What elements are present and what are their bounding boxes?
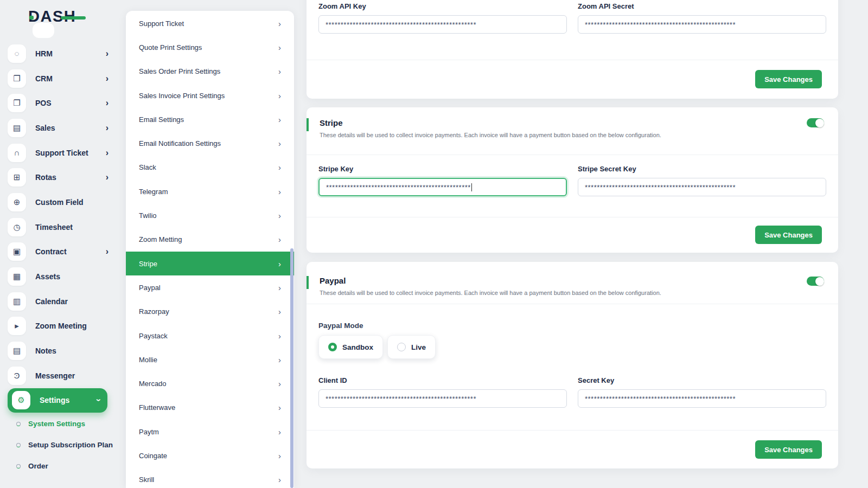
settings-menu-item-stripe[interactable]: Stripe › xyxy=(126,252,294,275)
settings-menu-item-sales-invoice-print-settings[interactable]: Sales Invoice Print Settings › xyxy=(126,84,294,107)
calculator-icon: ▦ xyxy=(8,267,26,286)
sidebar-item-assets[interactable]: ▦ Assets xyxy=(0,264,117,289)
masked-value: ****************************************… xyxy=(326,183,471,191)
chevron-right-icon: › xyxy=(106,99,108,107)
settings-menu-item-zoom-metting[interactable]: Zoom Metting › xyxy=(126,228,294,252)
panel-scrollbar-thumb[interactable] xyxy=(290,248,293,488)
settings-menu-item-support-ticket[interactable]: Support Ticket › xyxy=(126,11,294,35)
menu-item-label: Flutterwave xyxy=(139,403,175,412)
stripe-secret-key-input[interactable]: ****************************************… xyxy=(578,178,826,196)
sidebar-item-messenger[interactable]: Ͽ Messenger xyxy=(0,363,117,388)
sidebar-item-calendar[interactable]: ▥ Calendar xyxy=(0,289,117,314)
menu-item-label: Sales Order Print Settings xyxy=(139,67,220,75)
chevron-right-icon: › xyxy=(278,451,281,460)
document-icon: ▤ xyxy=(8,119,26,137)
stripe-enabled-toggle[interactable] xyxy=(807,118,824,127)
video-camera-icon: ▸ xyxy=(8,317,26,335)
sidebar-item-label: CRM xyxy=(35,74,106,83)
sidebar-item-label: Messenger xyxy=(35,371,108,380)
menu-item-label: Mercado xyxy=(139,380,167,388)
chevron-right-icon: › xyxy=(278,427,281,436)
sidebar-item-label: Sales xyxy=(35,124,106,132)
save-changes-button[interactable]: Save Changes xyxy=(755,440,822,459)
menu-item-label: Paystack xyxy=(139,332,168,340)
chevron-right-icon: › xyxy=(278,379,281,388)
sidebar-item-contract[interactable]: ▣ Contract › xyxy=(0,240,117,265)
settings-menu-item-flutterwave[interactable]: Flutterwave › xyxy=(126,396,294,420)
mode-option-label: Live xyxy=(411,343,426,351)
sidebar-item-label: Support Ticket xyxy=(35,149,106,157)
calendar-icon: ▥ xyxy=(8,292,26,311)
sidebar-item-timesheet[interactable]: ◷ Timesheet xyxy=(0,215,117,240)
sidebar-item-support-ticket[interactable]: ∩ Support Ticket › xyxy=(0,140,117,165)
stripe-settings-card: Stripe These details will be used to col… xyxy=(307,107,838,253)
settings-menu-item-telegram[interactable]: Telegram › xyxy=(126,179,294,203)
paypal-enabled-toggle[interactable] xyxy=(807,277,824,286)
logo-bar xyxy=(61,16,86,20)
zoom-api-secret-label: Zoom API Secret xyxy=(578,2,826,10)
chevron-right-icon: › xyxy=(278,139,281,148)
sidebar-item-custom-field[interactable]: ⊕ Custom Field xyxy=(0,190,117,215)
sidebar-item-notes[interactable]: ▤ Notes xyxy=(0,338,117,363)
zoom-api-key-input[interactable]: ****************************************… xyxy=(318,15,567,34)
sidebar-subitem-setup-subscription-plan[interactable]: Setup Subscription Plan xyxy=(0,434,117,455)
stripe-key-label: Stripe Key xyxy=(318,165,567,173)
menu-item-label: Zoom Metting xyxy=(139,235,182,243)
paypal-mode-live-option[interactable]: Live xyxy=(387,335,436,359)
settings-menu-item-paystack[interactable]: Paystack › xyxy=(126,324,294,348)
paypal-card-description: These details will be used to collect in… xyxy=(320,290,825,297)
settings-menu-item-razorpay[interactable]: Razorpay › xyxy=(126,300,294,324)
zoom-api-secret-input[interactable]: ****************************************… xyxy=(578,15,826,34)
chevron-right-icon: › xyxy=(278,43,281,52)
menu-item-label: Sales Invoice Print Settings xyxy=(139,92,225,100)
settings-menu-item-twilio[interactable]: Twilio › xyxy=(126,203,294,227)
masked-value: ****************************************… xyxy=(326,21,476,29)
paypal-mode-options: Sandbox Live xyxy=(318,335,826,359)
settings-menu-item-email-notification-settings[interactable]: Email Notification Settings › xyxy=(126,131,294,155)
accent-bar xyxy=(307,118,309,131)
chevron-right-icon: › xyxy=(278,355,281,364)
settings-menu-item-mercado[interactable]: Mercado › xyxy=(126,371,294,395)
masked-value: ****************************************… xyxy=(585,21,736,29)
sidebar-subitem-order[interactable]: Order xyxy=(0,455,117,477)
sidebar-item-label: Rotas xyxy=(35,173,106,182)
paypal-mode-sandbox-option[interactable]: Sandbox xyxy=(318,335,383,359)
chat-bubble-icon: Ͽ xyxy=(8,367,26,385)
subitem-label: Order xyxy=(28,462,48,470)
settings-menu-item-paytm[interactable]: Paytm › xyxy=(126,420,294,444)
sidebar-nav: ◌ HRM › ❐ CRM › ❐ POS › ▤ Sales › ∩ Supp… xyxy=(0,41,117,413)
radio-checked-icon xyxy=(328,343,337,351)
settings-menu-item-email-settings[interactable]: Email Settings › xyxy=(126,107,294,131)
settings-menu-item-skrill[interactable]: Skrill › xyxy=(126,468,294,488)
paypal-secret-key-input[interactable]: ****************************************… xyxy=(578,389,826,408)
paypal-client-id-input[interactable]: ****************************************… xyxy=(318,389,567,408)
sidebar-item-settings[interactable]: ⚙ Settings › xyxy=(8,388,107,413)
sidebar-item-sales[interactable]: ▤ Sales › xyxy=(0,115,117,140)
logo-dot xyxy=(29,16,34,20)
settings-menu-item-coingate[interactable]: Coingate › xyxy=(126,444,294,467)
settings-menu-item-paypal[interactable]: Paypal › xyxy=(126,275,294,299)
save-changes-button[interactable]: Save Changes xyxy=(755,70,822,88)
settings-menu-item-sales-order-print-settings[interactable]: Sales Order Print Settings › xyxy=(126,60,294,84)
save-changes-button[interactable]: Save Changes xyxy=(755,226,822,244)
bullet-ring-icon xyxy=(16,443,21,447)
notes-icon: ▤ xyxy=(8,342,26,360)
toggle-knob xyxy=(815,119,824,127)
sidebar-subitem-system-settings[interactable]: System Settings xyxy=(0,413,117,434)
hrm-icon: ◌ xyxy=(8,44,26,63)
paypal-client-id-label: Client ID xyxy=(318,376,567,384)
sidebar-item-crm[interactable]: ❐ CRM › xyxy=(0,66,117,91)
sidebar-item-zoom-meeting[interactable]: ▸ Zoom Meeting xyxy=(0,314,117,339)
sidebar-item-rotas[interactable]: ⊞ Rotas › xyxy=(0,165,117,190)
contract-icon: ▣ xyxy=(8,242,26,261)
settings-menu-item-quote-print-settings[interactable]: Quote Print Settings › xyxy=(126,35,294,59)
stripe-key-input[interactable]: ****************************************… xyxy=(318,178,567,196)
settings-menu-item-slack[interactable]: Slack › xyxy=(126,156,294,179)
sidebar-item-pos[interactable]: ❐ POS › xyxy=(0,91,117,115)
masked-value: ****************************************… xyxy=(326,395,476,403)
chevron-down-icon: › xyxy=(94,399,103,401)
settings-menu-item-mollie[interactable]: Mollie › xyxy=(126,348,294,371)
sidebar-item-hrm[interactable]: ◌ HRM › xyxy=(0,41,117,66)
mode-option-label: Sandbox xyxy=(342,343,373,351)
sidebar-item-label: POS xyxy=(35,99,106,107)
